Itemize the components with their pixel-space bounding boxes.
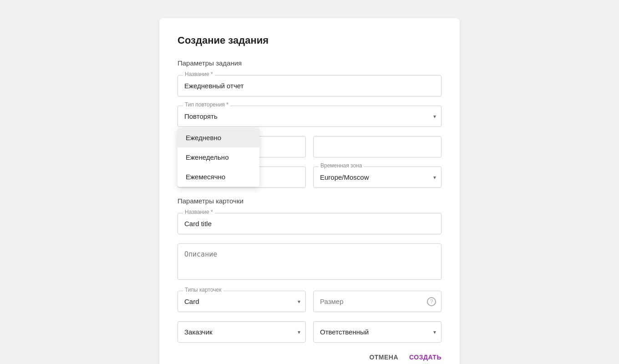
task-name-input[interactable]	[178, 75, 441, 96]
repeat-type-group: Тип повторения * Повторять ▾ Ежедневно Е…	[178, 106, 441, 127]
card-types-select-wrapper: Card ▾	[178, 291, 306, 312]
card-types-label: Типы карточек	[183, 287, 223, 293]
size-help-icon[interactable]: ?	[427, 297, 436, 306]
customer-select[interactable]: Заказчик	[178, 321, 306, 343]
card-name-label: Название *	[183, 209, 215, 215]
repeat-type-select[interactable]: Повторять	[178, 106, 441, 127]
repeat-type-label: Тип повторения *	[183, 101, 230, 108]
repeat-type-select-wrapper: Повторять ▾ Ежедневно Еженедельно Ежемес…	[178, 106, 441, 127]
description-textarea[interactable]	[178, 243, 441, 280]
task-params-section-title: Параметры задания	[178, 59, 441, 67]
task-name-group: Название *	[178, 75, 441, 96]
size-group: ?	[313, 291, 441, 312]
card-types-select[interactable]: Card	[178, 291, 306, 312]
end-date-input[interactable]	[313, 136, 441, 157]
responsible-select[interactable]: Ответственный	[313, 321, 441, 343]
end-date-group	[313, 136, 441, 157]
timezone-group: Временная зона Europe/Moscow ▾	[313, 167, 441, 188]
dropdown-item-weekly[interactable]: Еженедельно	[178, 147, 259, 167]
repeat-type-dropdown: Ежедневно Еженедельно Ежемесячно	[178, 128, 259, 187]
timezone-select-wrapper: Europe/Moscow ▾	[313, 167, 441, 188]
dropdown-item-daily[interactable]: Ежедневно	[178, 128, 259, 147]
card-name-input[interactable]	[178, 213, 441, 234]
card-types-group: Типы карточек Card ▾	[178, 291, 306, 312]
page-title: Создание задания	[178, 35, 441, 46]
footer-buttons: ОТМЕНА СОЗДАТЬ	[178, 354, 441, 361]
timezone-select[interactable]: Europe/Moscow	[313, 167, 441, 188]
cancel-button[interactable]: ОТМЕНА	[369, 354, 398, 361]
card-name-group: Название *	[178, 213, 441, 234]
card-types-size-row: Типы карточек Card ▾ ?	[178, 291, 441, 312]
customer-select-wrapper: Заказчик ▾	[178, 321, 306, 343]
size-input[interactable]	[313, 291, 441, 312]
customer-group: Заказчик ▾	[178, 321, 306, 343]
task-name-label: Название *	[183, 71, 215, 77]
create-button[interactable]: СОЗДАТЬ	[409, 354, 441, 361]
responsible-select-wrapper: Ответственный ▾	[313, 321, 441, 343]
timezone-label: Временная зона	[319, 162, 364, 169]
card-params-section-title: Параметры карточки	[178, 197, 441, 205]
description-group	[178, 243, 441, 282]
customer-responsible-row: Заказчик ▾ Ответственный ▾	[178, 321, 441, 343]
responsible-group: Ответственный ▾	[313, 321, 441, 343]
dropdown-item-monthly[interactable]: Ежемесячно	[178, 167, 259, 187]
